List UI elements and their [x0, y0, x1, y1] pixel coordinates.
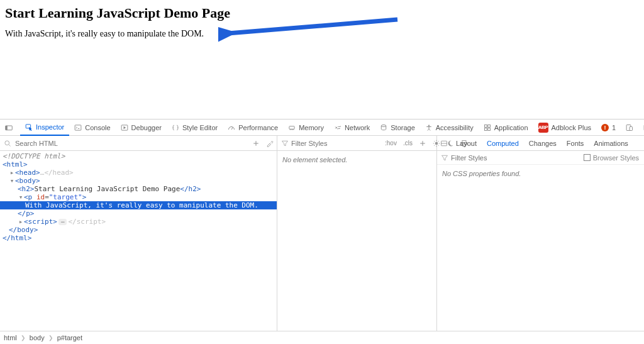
- dom-tree-pane[interactable]: <!DOCTYPE html> <html> ▸<head>…</head> ▾…: [0, 151, 277, 344]
- devtools-tabs: Inspector Console Debugger Style Editor …: [0, 119, 644, 136]
- computed-pane: Browser Styles No CSS properties found.: [437, 151, 644, 344]
- chevron-right-icon: ❯: [47, 335, 55, 341]
- filter-icon: [281, 140, 289, 147]
- svg-line-35: [9, 145, 10, 146]
- search-icon: [4, 140, 11, 147]
- filter-styles-input[interactable]: [291, 140, 378, 147]
- responsive-icon: [626, 124, 633, 131]
- tab-accessibility[interactable]: Accessibility: [420, 119, 479, 136]
- svg-rect-26: [630, 126, 633, 130]
- breadcrumb-item[interactable]: html: [4, 334, 17, 341]
- svg-line-10: [231, 127, 233, 130]
- computed-filter-input[interactable]: [451, 154, 575, 162]
- dom-h2[interactable]: <h2>Start Learning JavaScript Demo Page<…: [0, 185, 277, 193]
- tab-storage[interactable]: Storage: [375, 119, 420, 136]
- dom-html-close[interactable]: </html>: [0, 234, 277, 242]
- svg-rect-22: [487, 125, 490, 127]
- dom-body-open[interactable]: ▾<body>: [0, 177, 277, 185]
- breadcrumb-item[interactable]: body: [30, 334, 45, 341]
- add-element-button[interactable]: [249, 136, 263, 151]
- subtab-computed[interactable]: Computed: [482, 136, 524, 151]
- cls-button[interactable]: .cls: [400, 140, 416, 147]
- tab-application[interactable]: Application: [479, 119, 533, 136]
- layout-panel-toggle[interactable]: [437, 136, 451, 151]
- tab-performance[interactable]: Performance: [223, 119, 283, 136]
- console-icon: [74, 124, 82, 131]
- page-paragraph: With JavaScript, it's really easy to man…: [5, 29, 639, 39]
- search-html-field[interactable]: [0, 136, 249, 151]
- tab-debugger[interactable]: Debugger: [116, 119, 167, 136]
- svg-rect-24: [487, 128, 490, 130]
- svg-point-34: [5, 140, 9, 145]
- add-rule-button[interactable]: [416, 140, 430, 147]
- debugger-icon: [121, 124, 128, 131]
- close-devtools-button[interactable]: [0, 119, 18, 136]
- tab-memory[interactable]: Memory: [283, 119, 329, 136]
- dom-doctype[interactable]: <!DOCTYPE html>: [3, 152, 65, 160]
- chevron-right-icon: ❯: [19, 335, 27, 341]
- memory-icon: [288, 124, 296, 131]
- svg-marker-17: [340, 126, 341, 127]
- svg-rect-21: [484, 125, 487, 127]
- svg-point-20: [428, 125, 430, 126]
- tab-adblock-plus[interactable]: ABP Adblock Plus: [533, 119, 597, 136]
- dom-p-open[interactable]: ▾<p id="target">: [0, 193, 277, 201]
- network-icon: [334, 124, 341, 131]
- svg-rect-7: [75, 125, 81, 130]
- svg-marker-18: [337, 128, 338, 130]
- svg-line-45: [434, 141, 435, 141]
- subtab-layout[interactable]: Layout: [451, 136, 482, 151]
- subtab-changes[interactable]: Changes: [524, 136, 562, 151]
- subtab-fonts[interactable]: Fonts: [562, 136, 589, 151]
- subtab-animations[interactable]: Animations: [589, 136, 633, 151]
- style-editor-icon: [172, 124, 179, 131]
- browser-styles-toggle[interactable]: Browser Styles: [579, 154, 644, 162]
- dom-p-close[interactable]: </p>: [0, 209, 277, 218]
- dom-p-text[interactable]: With JavaScript, it's really easy to man…: [0, 201, 277, 209]
- close-devtools-icon: [5, 124, 13, 131]
- rules-empty-message: No element selected.: [282, 156, 347, 164]
- panel-icon: [440, 140, 448, 147]
- tab-console[interactable]: Console: [69, 119, 115, 136]
- svg-rect-11: [289, 126, 294, 129]
- plus-icon: [419, 140, 426, 147]
- devtools-panel: Inspector Console Debugger Style Editor …: [0, 119, 644, 344]
- performance-icon: [228, 124, 235, 131]
- eyedropper-icon: [266, 140, 274, 147]
- dom-script[interactable]: ▸<script>⋯</script>: [0, 218, 277, 226]
- page-content: Start Learning JavaScript Demo Page With…: [0, 0, 644, 119]
- adblock-icon: ABP: [538, 123, 548, 133]
- plus-icon: [252, 140, 260, 147]
- tab-inspector[interactable]: Inspector: [20, 119, 69, 136]
- inspector-icon: [25, 123, 33, 131]
- tab-network[interactable]: Network: [329, 119, 375, 136]
- breadcrumb: html ❯ body ❯ p#target: [0, 331, 644, 344]
- dom-body-close[interactable]: </body>: [0, 226, 277, 234]
- devtools-sub-toolbar: :hov .cls Layout Computed Changes: [0, 136, 644, 151]
- svg-marker-9: [123, 126, 126, 129]
- eyedropper-button[interactable]: [263, 136, 277, 151]
- error-count-button[interactable]: ! 1: [596, 119, 621, 136]
- rules-pane: No element selected.: [277, 151, 437, 344]
- accessibility-icon: [425, 124, 433, 131]
- tab-style-editor[interactable]: Style Editor: [167, 119, 223, 136]
- svg-point-19: [382, 125, 387, 126]
- responsive-design-button[interactable]: [621, 119, 638, 136]
- page-heading: Start Learning JavaScript Demo Page: [5, 5, 639, 21]
- checkbox-icon: [584, 154, 591, 161]
- svg-rect-5: [6, 126, 8, 130]
- dom-html-open[interactable]: <html>: [0, 160, 277, 169]
- breadcrumb-item[interactable]: p#target: [57, 334, 82, 341]
- application-icon: [484, 124, 491, 131]
- svg-rect-23: [484, 128, 487, 130]
- dock-button[interactable]: [638, 119, 644, 136]
- pseudo-hov-button[interactable]: :hov: [382, 140, 400, 147]
- computed-empty-message: No CSS properties found.: [442, 170, 521, 177]
- filter-icon: [441, 154, 448, 162]
- error-icon: !: [601, 124, 609, 131]
- svg-line-47: [434, 145, 435, 145]
- search-html-input[interactable]: [15, 140, 245, 147]
- dom-head[interactable]: ▸<head>…</head>: [0, 169, 277, 177]
- storage-icon: [380, 124, 387, 131]
